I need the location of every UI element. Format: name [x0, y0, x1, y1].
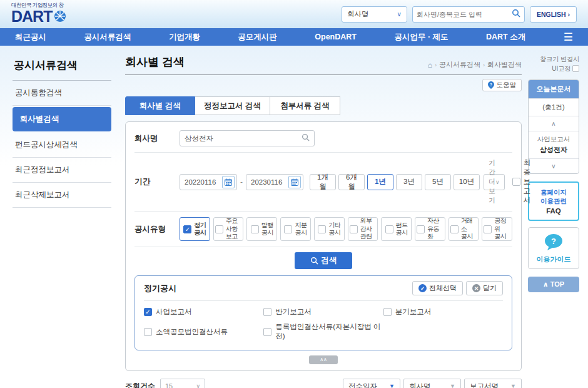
sort-by-date[interactable]: 접수일자 ▼ [343, 379, 400, 388]
select-all-button[interactable]: ✓ 전체선택 [412, 281, 463, 295]
tab-correction-search[interactable]: 정정보고서 검색 [195, 96, 270, 115]
user-guide-widget[interactable]: ? 이용가이드 [528, 227, 579, 269]
period-5year-button[interactable]: 5년 [425, 174, 451, 190]
checkbox-unchecked[interactable] [450, 225, 459, 233]
checkbox-unchecked[interactable] [385, 225, 393, 233]
checkbox-unchecked[interactable] [417, 225, 425, 233]
today-document-item[interactable]: 사업보고서 삼성전자 [529, 131, 579, 158]
checkbox-unchecked[interactable] [484, 225, 492, 233]
calendar-icon[interactable] [288, 176, 301, 188]
annual-report-checkbox[interactable]: ✓ 사업보고서 [144, 307, 263, 317]
checkbox-unchecked[interactable] [350, 225, 358, 233]
english-button[interactable]: ENGLISH › [530, 6, 577, 23]
type-exchange[interactable]: 거래소공시 [449, 217, 479, 241]
type-other[interactable]: 기타공시 [314, 217, 345, 241]
today-next-button[interactable]: ∨ [529, 158, 579, 173]
type-periodic[interactable]: ✓ 정기공시 [180, 217, 210, 241]
checkbox-unchecked[interactable] [263, 308, 271, 316]
sort-arrow-icon: ▼ [389, 383, 395, 388]
sidebar-item-fund-search[interactable]: 펀드공시상세검색 [13, 133, 111, 158]
registered-corp-checkbox[interactable]: 등록법인결산서류(자본시장법 이전) [263, 322, 383, 341]
checkbox-unchecked[interactable] [383, 308, 392, 316]
result-count-select[interactable]: 15 ∨ [160, 379, 205, 388]
nav-item-doc-search[interactable]: 공시서류검색 [84, 32, 131, 43]
period-1month-button[interactable]: 1개월 [310, 174, 336, 190]
result-count-label: 조회건수 [125, 381, 155, 388]
pin-icon: ? [488, 81, 494, 89]
checkbox-unchecked[interactable] [284, 225, 292, 233]
nav-item-policy[interactable]: 공시업무 · 제도 [394, 32, 448, 43]
dart-logo[interactable]: 대한민국 기업정보의 창 DART [11, 3, 67, 26]
type-external-audit[interactable]: 외부감사관련 [348, 217, 378, 241]
sidebar-item-recent-corrections[interactable]: 최근정정보고서 [13, 158, 111, 183]
period-3year-button[interactable]: 3년 [396, 174, 422, 190]
search-type-value: 회사명 [347, 9, 369, 19]
date-from-field [180, 174, 237, 190]
half-year-report-checkbox[interactable]: 반기보고서 [263, 307, 383, 317]
search-type-select[interactable]: 회사명 ∨ [342, 6, 407, 23]
scroll-top-button[interactable]: ∧ TOP [528, 277, 579, 292]
tab-company-search[interactable]: 회사별 검색 [125, 96, 195, 115]
nav-item-about[interactable]: DART 소개 [486, 32, 525, 43]
checkbox-unchecked[interactable] [144, 328, 152, 336]
final-report-checkbox[interactable]: 최종보고서 [512, 158, 531, 205]
collapse-form-button[interactable]: ∧∧ [309, 355, 338, 364]
type-equity[interactable]: 지분공시 [280, 217, 311, 241]
nav-item-recent[interactable]: 최근공시 [15, 32, 46, 43]
period-more-value: 기간더보기 [489, 158, 495, 205]
search-button[interactable]: 검색 [295, 252, 352, 269]
search-icon[interactable] [302, 133, 310, 143]
company-search-input[interactable] [417, 11, 512, 18]
sidebar-item-company-search[interactable]: 회사별검색 [13, 107, 111, 131]
checkbox-unchecked[interactable] [318, 225, 326, 233]
checkbox-unchecked[interactable] [215, 225, 223, 233]
logo-text: DART [11, 8, 52, 26]
checkbox-checked[interactable]: ✓ [183, 225, 191, 233]
nav-item-ipo-board[interactable]: 공모게시판 [238, 32, 277, 43]
tab-attachment-search[interactable]: 첨부서류 검색 [270, 96, 340, 115]
checkbox-checked[interactable]: ✓ [144, 308, 152, 316]
svg-text:?: ? [551, 237, 556, 246]
period-more-select[interactable]: 기간더보기 ∨ [484, 174, 505, 190]
quarterly-report-checkbox[interactable]: 분기보고서 [383, 307, 503, 317]
chevrons-up-icon: ∧∧ [320, 357, 327, 362]
company-name-input[interactable] [185, 135, 302, 142]
faq-widget[interactable]: 홈페이지 이용관련 FAQ [528, 181, 579, 221]
hamburger-menu-icon[interactable]: ☰ [564, 32, 573, 43]
period-10year-button[interactable]: 10년 [454, 174, 480, 190]
today-documents-title[interactable]: 오늘본문서 [529, 80, 579, 98]
small-offering-checkbox[interactable]: 소액공모법인결산서류 [144, 322, 263, 341]
sort-by-company[interactable]: 회사명 ▼ [403, 379, 461, 388]
period-6month-button[interactable]: 6개월 [338, 174, 365, 190]
home-icon[interactable]: ⌂ [428, 61, 432, 69]
close-panel-button[interactable]: ✕ 닫기 [466, 281, 503, 295]
report-type-checkboxes: ✓ 사업보고서 반기보고서 분기보고서 소액공모법인결산서류 [144, 301, 503, 341]
today-prev-button[interactable]: ∧ [529, 116, 579, 131]
nav-item-company[interactable]: 기업개황 [169, 32, 200, 43]
type-ftc[interactable]: 공정위공시 [482, 217, 512, 241]
search-icon[interactable] [512, 9, 520, 19]
type-fund[interactable]: 펀드공시 [381, 217, 412, 241]
nav-item-opendart[interactable]: OpenDART [315, 33, 357, 41]
period-1year-button[interactable]: 1년 [367, 174, 393, 190]
date-to-input[interactable] [251, 178, 288, 186]
type-major-issues[interactable]: 주요사항보고 [213, 217, 244, 241]
breadcrumb-level1[interactable]: 공시서류검색 [439, 60, 480, 69]
sort-by-report[interactable]: 보고서명 ▼ [464, 379, 522, 388]
breadcrumb-level2: 회사별검색 [487, 60, 522, 69]
sidebar-item-integrated-search[interactable]: 공시통합검색 [13, 81, 111, 106]
date-from-input[interactable] [185, 178, 222, 186]
checkbox-unchecked[interactable] [512, 178, 520, 186]
svg-text:?: ? [490, 83, 492, 87]
sidebar-item-recent-deleted[interactable]: 최근삭제보고서 [13, 183, 111, 208]
checkbox-unchecked[interactable] [263, 328, 271, 336]
result-count-value: 15 [165, 382, 173, 388]
checkbox-unchecked[interactable] [251, 225, 259, 233]
ui-fix-checkbox[interactable] [572, 65, 579, 72]
type-asset-securitization[interactable]: 자산유동화 [415, 217, 445, 241]
help-button[interactable]: ? 도움말 [482, 79, 522, 91]
calendar-icon[interactable] [222, 176, 235, 188]
search-tabs: 회사별 검색 정정보고서 검색 첨부서류 검색 [125, 96, 522, 115]
page-title: 회사별 검색 [125, 54, 185, 69]
type-issuance[interactable]: 발행공시 [246, 217, 277, 241]
